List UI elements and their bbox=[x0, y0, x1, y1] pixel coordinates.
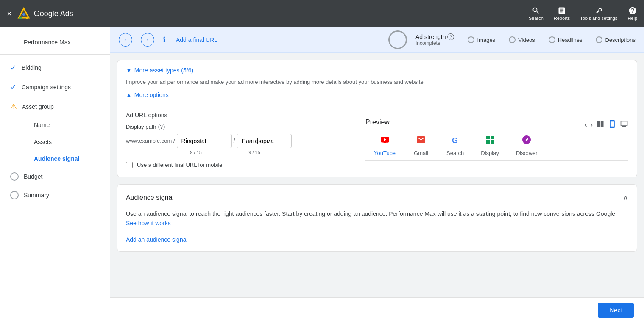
tools-icon bbox=[594, 6, 603, 15]
add-url-info-icon: ℹ bbox=[163, 35, 166, 44]
tools-nav-item[interactable]: Tools and settings bbox=[580, 6, 617, 21]
svg-rect-9 bbox=[491, 140, 494, 144]
expand-chevron-down-icon: ▼ bbox=[126, 67, 132, 74]
more-options-row[interactable]: ▲ More options bbox=[126, 91, 628, 98]
path-base-text: www.example.com / bbox=[126, 138, 175, 144]
more-options-label: More options bbox=[134, 91, 169, 98]
sidebar-item-summary[interactable]: Summary bbox=[0, 186, 110, 204]
help-nav-item[interactable]: Help bbox=[627, 6, 637, 21]
videos-radio-icon bbox=[509, 36, 516, 43]
preview-next-button[interactable]: › bbox=[591, 121, 593, 129]
preview-tab-gmail[interactable]: Gmail bbox=[404, 131, 438, 160]
split-layout: Ad URL options Display path ? www.exampl… bbox=[117, 112, 637, 177]
youtube-icon bbox=[380, 135, 390, 145]
audience-signal-section: Audience signal ∧ Use an audience signal… bbox=[117, 184, 637, 252]
videos-label: Videos bbox=[518, 37, 535, 43]
bidding-check-icon: ✓ bbox=[10, 63, 17, 72]
preview-controls: ‹ › bbox=[585, 120, 628, 130]
sidebar-item-campaign-settings[interactable]: ✓ Campaign settings bbox=[0, 77, 110, 97]
descriptions-check: Descriptions bbox=[596, 36, 636, 43]
mobile-view-icon bbox=[608, 120, 616, 128]
app-name: Google Ads bbox=[34, 9, 73, 18]
discover-tab-icon bbox=[521, 135, 532, 147]
sidebar-divider bbox=[0, 54, 110, 55]
tools-nav-label: Tools and settings bbox=[580, 16, 617, 21]
path-counters: 9 / 15 9 / 15 bbox=[168, 150, 348, 155]
mobile-url-checkbox[interactable] bbox=[126, 162, 133, 168]
help-icon bbox=[628, 6, 637, 15]
bottom-bar: Next bbox=[110, 297, 644, 323]
reports-nav-item[interactable]: Reports bbox=[554, 6, 570, 21]
asset-group-warning-icon: ⚠ bbox=[10, 102, 17, 111]
sidebar-item-bidding[interactable]: ✓ Bidding bbox=[0, 58, 110, 77]
search-nav-item[interactable]: Search bbox=[529, 6, 544, 21]
search-tab-icon: G bbox=[450, 135, 460, 147]
discover-tab-label: Discover bbox=[516, 150, 538, 156]
sidebar-item-audience-signal[interactable]: Audience signal bbox=[0, 150, 110, 167]
svg-rect-8 bbox=[486, 140, 490, 144]
images-label: Images bbox=[477, 37, 495, 43]
desktop-view-button[interactable] bbox=[620, 120, 628, 130]
sidebar-item-assets[interactable]: Assets bbox=[0, 133, 110, 150]
sidebar-item-label: Audience signal bbox=[34, 155, 79, 162]
gmail-tab-icon bbox=[416, 135, 426, 147]
sidebar-item-label: Budget bbox=[24, 173, 42, 180]
mobile-url-label: Use a different final URL for mobile bbox=[137, 162, 223, 168]
descriptions-radio-icon bbox=[596, 36, 602, 43]
preview-tab-discover[interactable]: Discover bbox=[507, 131, 546, 160]
campaign-check-icon: ✓ bbox=[10, 83, 17, 92]
logo: Google Ads bbox=[17, 7, 73, 20]
summary-circle-icon bbox=[10, 191, 19, 199]
main-content: ‹ › ℹ Add a final URL Ad strength ? Inco… bbox=[110, 27, 644, 323]
display-path-row: www.example.com / / bbox=[126, 134, 348, 148]
search-icon bbox=[532, 6, 540, 15]
grid-view-button[interactable] bbox=[596, 120, 605, 130]
preview-tab-search[interactable]: G Search bbox=[438, 131, 472, 160]
ad-strength-info: Ad strength ? Incomplete bbox=[415, 33, 454, 46]
desktop-view-icon bbox=[620, 120, 628, 128]
add-audience-signal-button[interactable]: Add an audience signal bbox=[126, 236, 188, 243]
budget-circle-icon bbox=[10, 172, 19, 181]
preview-header: Preview ‹ › bbox=[365, 119, 628, 131]
svg-point-4 bbox=[26, 17, 28, 19]
svg-point-3 bbox=[19, 17, 22, 19]
search-nav-label: Search bbox=[529, 16, 544, 21]
asset-description: Improve your ad performance and make you… bbox=[126, 78, 628, 86]
display-tab-label: Display bbox=[481, 150, 499, 156]
add-url-text[interactable]: Add a final URL bbox=[176, 36, 217, 43]
ad-prev-button[interactable]: ‹ bbox=[119, 33, 132, 47]
youtube-tab-label: YouTube bbox=[374, 150, 396, 156]
mobile-view-button[interactable] bbox=[608, 120, 616, 130]
preview-title: Preview bbox=[365, 119, 390, 126]
display-path-label: Display path ? bbox=[126, 124, 348, 130]
asset-types-section: ▼ More asset types (5/6) Improve your ad… bbox=[117, 60, 637, 112]
headlines-check: Headlines bbox=[549, 36, 583, 43]
sidebar-item-label: Name bbox=[34, 121, 50, 128]
next-button[interactable]: Next bbox=[598, 303, 634, 318]
ad-url-section-title: Ad URL options bbox=[126, 112, 348, 119]
see-how-it-works-link[interactable]: See how it works bbox=[126, 220, 171, 226]
sidebar-item-asset-group[interactable]: ⚠ Asset group bbox=[0, 97, 110, 116]
mobile-url-row: Use a different final URL for mobile bbox=[126, 162, 348, 168]
sidebar-item-name[interactable]: Name bbox=[0, 116, 110, 133]
audience-collapse-button[interactable]: ∧ bbox=[623, 193, 628, 202]
sidebar-item-budget[interactable]: Budget bbox=[0, 167, 110, 186]
headlines-radio-icon bbox=[549, 36, 555, 43]
display-icon bbox=[485, 135, 495, 145]
path1-input[interactable] bbox=[177, 134, 232, 148]
ad-next-button[interactable]: › bbox=[141, 33, 154, 47]
preview-prev-button[interactable]: ‹ bbox=[585, 121, 587, 129]
preview-tab-display[interactable]: Display bbox=[472, 131, 507, 160]
preview-tabs: YouTube Gmail G Sea bbox=[365, 131, 628, 161]
path2-input[interactable] bbox=[237, 134, 292, 148]
sidebar-item-performance-max[interactable]: Performance Max bbox=[0, 34, 110, 51]
svg-text:G: G bbox=[452, 136, 458, 145]
preview-tab-youtube[interactable]: YouTube bbox=[365, 131, 404, 160]
ad-strength-circle bbox=[388, 30, 407, 49]
display-path-help-icon: ? bbox=[158, 124, 165, 130]
gmail-icon bbox=[416, 135, 426, 145]
close-button[interactable]: × bbox=[7, 9, 12, 19]
help-nav-label: Help bbox=[627, 16, 637, 21]
more-asset-types-row[interactable]: ▼ More asset types (5/6) bbox=[126, 67, 628, 74]
path1-counter: 9 / 15 bbox=[168, 150, 223, 155]
